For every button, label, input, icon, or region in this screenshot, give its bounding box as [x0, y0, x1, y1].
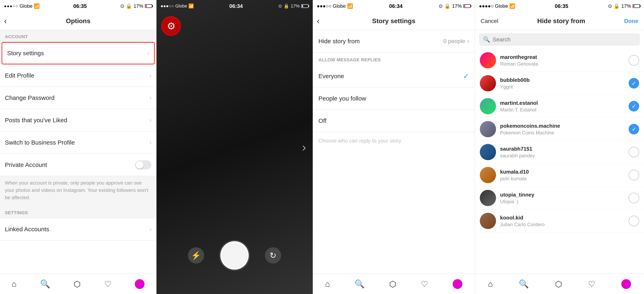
- home-nav-p1[interactable]: ⌂: [12, 279, 16, 288]
- everyone-radio-row[interactable]: Everyone ✓: [313, 65, 475, 87]
- done-button[interactable]: Done: [624, 18, 638, 24]
- list-item[interactable]: utopia_tinney Utopia :): [475, 187, 644, 210]
- change-password-label: Change Password: [5, 94, 54, 101]
- person-info-pokemoncoins: pokemoncoins.machine Pokemon Coins Machi…: [500, 123, 628, 136]
- settings-section-header: SETTINGS: [0, 206, 156, 218]
- carrier-p1: Globe: [20, 3, 32, 9]
- check-saurabh[interactable]: [628, 147, 639, 157]
- carrier-p4: Globe: [495, 3, 508, 9]
- battery-p4: 17%: [621, 3, 631, 9]
- camera-nav-p4[interactable]: ⬡: [555, 279, 562, 289]
- check-bubbleb00b[interactable]: ✓: [628, 78, 639, 88]
- heart-nav-p3[interactable]: ♡: [421, 279, 428, 289]
- heart-nav-p4[interactable]: ♡: [588, 279, 595, 289]
- list-item[interactable]: martint.estanol Martin T. Estanol ✓: [475, 95, 644, 118]
- story-settings-item[interactable]: Story settings ›: [2, 42, 155, 64]
- back-button-p1[interactable]: ‹: [4, 17, 7, 26]
- bottom-nav-p1: ⌂ 🔍 ⬡ ♡: [0, 274, 156, 294]
- bottom-nav-p4: ⌂ 🔍 ⬡ ♡: [475, 274, 644, 294]
- private-account-desc: When your account is private, only peopl…: [0, 176, 156, 206]
- status-bar-cam: ●●●○○ Globe 📶 06:34 ⊙ 🔒 17%: [156, 0, 312, 12]
- camera-nav-p1[interactable]: ⬡: [74, 279, 81, 289]
- camera-nav-p3[interactable]: ⬡: [389, 279, 396, 289]
- list-item[interactable]: pokemoncoins.machine Pokemon Coins Machi…: [475, 118, 644, 141]
- battery-fill-p1: [146, 5, 147, 7]
- username-martint: martint.estanol: [500, 100, 628, 106]
- profile-nav-p3[interactable]: [453, 279, 462, 289]
- list-item[interactable]: maronthegreat Roman Genovata: [475, 49, 644, 72]
- people-list: maronthegreat Roman Genovata bubbleb00b …: [475, 49, 644, 294]
- everyone-checkmark: ✓: [463, 72, 469, 80]
- change-password-chevron: ›: [150, 95, 152, 101]
- check-martint[interactable]: ✓: [628, 101, 639, 111]
- posts-liked-item[interactable]: Posts that you've Liked ›: [0, 109, 156, 131]
- search-input[interactable]: [492, 36, 636, 43]
- private-account-row: Private Account: [0, 154, 156, 176]
- profile-avatar-p3: [453, 279, 462, 289]
- list-item[interactable]: bubbleb00b Yggrit ✓: [475, 72, 644, 95]
- search-nav-p3[interactable]: 🔍: [354, 279, 365, 289]
- battery-p3: 17%: [452, 3, 462, 9]
- time-cam: 06:34: [229, 3, 243, 9]
- username-utopia: utopia_tinney: [500, 192, 628, 198]
- list-item[interactable]: koool.kid Jullan Carlo Cordero: [475, 210, 644, 232]
- person-info-koool: koool.kid Jullan Carlo Cordero: [500, 215, 628, 227]
- lock-icon-p1: 🔒: [126, 3, 132, 9]
- profile-nav-p4[interactable]: [621, 279, 631, 289]
- off-radio-row[interactable]: Off: [313, 110, 475, 132]
- gear-icon: ⚙: [167, 20, 176, 32]
- heart-nav-p1[interactable]: ♡: [104, 279, 112, 289]
- back-button-p3[interactable]: ‹: [317, 17, 320, 26]
- people-follow-radio-row[interactable]: People you follow: [313, 87, 475, 110]
- search-nav-p1[interactable]: 🔍: [40, 279, 50, 289]
- profile-avatar-p4: [621, 279, 631, 289]
- list-item[interactable]: saurabh7151 saurabh pandey: [475, 141, 644, 164]
- profile-nav-p1[interactable]: [135, 279, 144, 289]
- camera-icon-p1: ⊙: [120, 3, 124, 9]
- home-nav-p4[interactable]: ⌂: [488, 279, 493, 288]
- name-martint: Martin T. Estanol: [500, 107, 628, 113]
- private-account-toggle[interactable]: [135, 161, 152, 169]
- check-utopia[interactable]: [628, 193, 639, 203]
- hide-story-count: 0 people: [443, 38, 465, 45]
- check-maronthegreat[interactable]: [628, 55, 639, 66]
- gear-button[interactable]: ⚙: [161, 16, 181, 36]
- search-nav-p4[interactable]: 🔍: [519, 279, 529, 289]
- status-left-cam: ●●●○○ Globe 📶: [160, 4, 194, 9]
- lock-icon-cam: 🔒: [284, 4, 289, 9]
- people-follow-label: People you follow: [318, 95, 366, 102]
- camera-chevron[interactable]: ›: [302, 140, 306, 154]
- battery-icon-p1: [145, 4, 152, 8]
- change-password-item[interactable]: Change Password ›: [0, 87, 156, 109]
- status-right-p3: ⊙ 🔒 17%: [439, 3, 471, 9]
- edit-profile-item[interactable]: Edit Profile ›: [0, 64, 156, 87]
- time-p4: 06:35: [555, 3, 568, 9]
- signal-cam: ●●●○○: [160, 4, 174, 9]
- flip-button[interactable]: ↻: [265, 247, 281, 263]
- status-bar-p3: ●●●○○ Globe 📶 06:34 ⊙ 🔒 17%: [313, 0, 475, 12]
- home-nav-p3[interactable]: ⌂: [325, 279, 330, 288]
- hide-story-from-row[interactable]: Hide story from 0 people ›: [313, 30, 475, 52]
- story-settings-title: Story settings: [372, 17, 415, 25]
- person-info-utopia: utopia_tinney Utopia :): [500, 192, 628, 204]
- check-koool[interactable]: [628, 216, 639, 226]
- battery-icon-p4: [633, 4, 640, 8]
- avatar-maronthegreat: [480, 52, 496, 68]
- search-bar[interactable]: 🔍: [479, 33, 640, 46]
- linked-accounts-item[interactable]: Linked Accounts ›: [0, 218, 156, 240]
- check-kumala[interactable]: [628, 170, 639, 180]
- battery-cam: 17%: [291, 4, 300, 9]
- cancel-button[interactable]: Cancel: [480, 18, 498, 24]
- name-koool: Jullan Carlo Cordero: [500, 222, 628, 227]
- business-profile-chevron: ›: [150, 139, 152, 146]
- toggle-knob: [136, 161, 144, 169]
- business-profile-item[interactable]: Switch to Business Profile ›: [0, 131, 156, 154]
- camera-view: ●●●○○ Globe 📶 06:34 ⊙ 🔒 17% ⚙ › ⚡: [156, 0, 312, 294]
- shutter-button[interactable]: [220, 241, 249, 270]
- flash-button[interactable]: ⚡: [188, 247, 204, 263]
- list-item[interactable]: kumala.d10 putri kumala: [475, 164, 644, 187]
- wifi-p1: 📶: [34, 3, 40, 9]
- person-info-bubbleb00b: bubbleb00b Yggrit: [500, 77, 628, 90]
- check-pokemoncoins[interactable]: ✓: [628, 124, 639, 134]
- story-settings-panel: ●●●○○ Globe 📶 06:34 ⊙ 🔒 17% ‹ Story sett…: [313, 0, 475, 294]
